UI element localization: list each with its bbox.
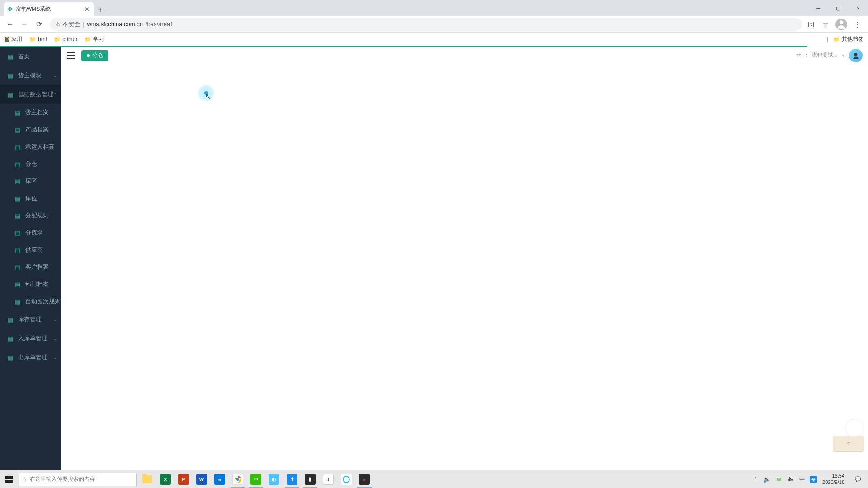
folder-icon: 📁 <box>85 36 91 42</box>
doc-icon: ▤ <box>14 281 21 288</box>
hamburger-icon[interactable] <box>67 52 75 59</box>
mascot-icon <box>845 419 864 438</box>
sidebar-item-base-data[interactable]: ▤ 基础数据管理 ⌃ <box>0 85 61 104</box>
doc-icon: ▤ <box>14 195 21 202</box>
minimize-button[interactable]: ─ <box>808 1 828 15</box>
new-tab-button[interactable]: ＋ <box>94 4 107 16</box>
sidebar-item-auto-wave-rule[interactable]: ▤自动波次规则 <box>0 293 61 310</box>
tray-ime-icon[interactable]: 中 <box>798 475 806 483</box>
doc-icon: ▤ <box>7 72 14 79</box>
sidebar-item-inv-mgmt[interactable]: ▤库存管理⌄ <box>0 310 61 329</box>
svg-rect-5 <box>9 480 13 483</box>
user-avatar[interactable] <box>849 49 863 62</box>
other-bookmarks[interactable]: | 📁其他书签 <box>827 35 863 43</box>
bookmark-bml[interactable]: 📁bml <box>29 36 47 42</box>
system-tray: ˄ 🔉 ✉ 🖧 中 ◉ 16:54 2020/9/18 💬 <box>751 470 868 488</box>
key-icon[interactable]: ⚿ <box>807 20 816 29</box>
sidebar: ▤ 首页 ▤ 货主模块 ⌄ ▤ 基础数据管理 ⌃ ▤货主档案 ▤产品档案 ▤承运… <box>0 47 61 470</box>
wechat-icon: ✉ <box>250 474 261 485</box>
chrome-icon <box>232 474 243 485</box>
task-excel[interactable]: X <box>156 470 175 488</box>
forward-button[interactable]: → <box>18 18 31 31</box>
sidebar-item-sort-wall[interactable]: ▤分拣墙 <box>0 224 61 241</box>
app-icon: ▮ <box>305 474 316 485</box>
task-powerpoint[interactable]: P <box>175 470 193 488</box>
kebab-menu-icon[interactable]: ⋮ <box>853 20 862 29</box>
profile-avatar-icon[interactable] <box>835 19 847 30</box>
sidebar-item-customer-archive[interactable]: ▤客户档案 <box>0 258 61 276</box>
swap-icon[interactable]: ⇄ <box>796 52 801 59</box>
sidebar-item-alloc-rule[interactable]: ▤分配规则 <box>0 207 61 224</box>
bookmark-study[interactable]: 📁学习 <box>85 35 104 43</box>
task-app-swirl[interactable] <box>337 470 355 488</box>
tray-wechat-icon[interactable]: ✉ <box>774 475 783 483</box>
tray-volume-icon[interactable]: 🔉 <box>763 475 771 483</box>
swirl-icon <box>341 474 352 485</box>
doc-icon: ▤ <box>7 91 14 98</box>
star-icon[interactable]: ☆ <box>821 20 830 29</box>
task-browser2[interactable]: ◐ <box>265 470 283 488</box>
click-ripple-indicator <box>197 84 215 102</box>
tray-network-icon[interactable]: 🖧 <box>786 475 794 483</box>
close-window-button[interactable]: ✕ <box>848 1 868 15</box>
url-field[interactable]: ⚠ 不安全 | wms.sfcchina.com.cn/bas/area1 <box>50 18 802 31</box>
tray-chevron-up-icon[interactable]: ˄ <box>751 475 759 483</box>
search-icon: ⌕ <box>23 476 26 483</box>
task-explorer[interactable] <box>138 470 156 488</box>
close-tab-icon[interactable]: ✕ <box>83 5 90 13</box>
folder-icon: 📁 <box>833 36 840 42</box>
svg-rect-4 <box>5 480 9 483</box>
sidebar-item-product-archive[interactable]: ▤产品档案 <box>0 121 61 138</box>
sidebar-item-outbound-mgmt[interactable]: ▤出库单管理⌄ <box>0 348 61 367</box>
ime-keys: 中 <box>833 436 864 452</box>
record-icon: ● <box>359 474 370 485</box>
user-label: 流程测试... <box>811 52 838 59</box>
reload-button[interactable]: ⟳ <box>33 18 45 31</box>
chevron-up-icon: ⌃ <box>53 92 57 97</box>
apps-shortcut[interactable]: 应用 <box>5 35 22 43</box>
sidebar-item-zone[interactable]: ▤库区 <box>0 173 61 190</box>
taskbar-clock[interactable]: 16:54 2020/9/18 <box>821 473 846 485</box>
task-wechat[interactable]: ✉ <box>247 470 265 488</box>
svg-rect-3 <box>9 476 13 479</box>
sidebar-item-dept-archive[interactable]: ▤部门档案 <box>0 276 61 293</box>
sidebar-item-owner-archive[interactable]: ▤货主档案 <box>0 104 61 121</box>
doc-icon: ▤ <box>7 354 14 361</box>
folder-icon: 📁 <box>29 36 36 42</box>
globe-icon: ◐ <box>269 474 279 485</box>
sidebar-item-inbound-mgmt[interactable]: ▤入库单管理⌄ <box>0 329 61 348</box>
task-app-blue[interactable]: ⬆ <box>283 470 301 488</box>
tray-app-icon[interactable]: ◉ <box>810 476 817 483</box>
dropdown-caret-icon[interactable]: ▾ <box>842 53 844 58</box>
sidebar-item-home[interactable]: ▤ 首页 <box>0 47 61 66</box>
task-app-rec[interactable]: ● <box>355 470 373 488</box>
sidebar-item-carrier-archive[interactable]: ▤承运人档案 <box>0 138 61 155</box>
sidebar-item-warehouse[interactable]: ▤分仓 <box>0 155 61 173</box>
task-app-dark[interactable]: ▮ <box>301 470 319 488</box>
chevron-down-icon: ⌄ <box>53 317 57 322</box>
start-button[interactable] <box>0 470 18 488</box>
notification-center-icon[interactable]: 💬 <box>850 470 866 488</box>
sidebar-item-owner-module[interactable]: ▤ 货主模块 ⌄ <box>0 66 61 85</box>
insecure-icon: ⚠ 不安全 <box>55 20 80 28</box>
task-word[interactable]: W <box>193 470 211 488</box>
doc-icon: ▤ <box>14 264 21 271</box>
maximize-button[interactable]: ▢ <box>828 1 848 15</box>
doc-icon: ▤ <box>14 109 21 116</box>
favicon-icon: ❖ <box>7 5 13 13</box>
sidebar-item-location[interactable]: ▤库位 <box>0 190 61 207</box>
sidebar-item-supplier[interactable]: ▤供应商 <box>0 241 61 258</box>
task-app-t[interactable]: t <box>319 470 337 488</box>
back-button[interactable]: ← <box>4 18 16 31</box>
browser-tab[interactable]: ❖ 富鹊WMS系统 ✕ <box>4 2 94 16</box>
active-tab-pill[interactable]: 分仓 <box>81 50 108 61</box>
doc-icon: ▤ <box>14 127 21 133</box>
excel-icon: X <box>160 474 171 485</box>
task-edge[interactable]: e <box>211 470 229 488</box>
powerpoint-icon: P <box>178 474 189 485</box>
task-chrome[interactable] <box>229 470 247 488</box>
bookmark-github[interactable]: 📁github <box>54 36 77 42</box>
tab-title: 富鹊WMS系统 <box>16 5 51 13</box>
taskbar-search[interactable]: ⌕ 在这里输入你要搜索的内容 <box>19 473 137 486</box>
doc-icon: ▤ <box>14 298 21 305</box>
